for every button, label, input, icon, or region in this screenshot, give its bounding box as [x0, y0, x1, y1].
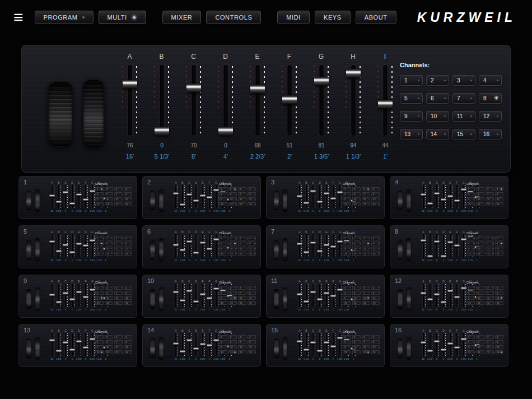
- channel-button-12[interactable]: 12: [479, 111, 502, 122]
- mini-slider-assembly: [338, 185, 342, 208]
- channel-button-5[interactable]: 5: [400, 93, 423, 104]
- slider-handle[interactable]: [314, 77, 329, 86]
- channel-button-9[interactable]: 9: [400, 111, 423, 122]
- star-indicator-icon: ✳: [501, 297, 502, 299]
- drawbar-slider-I[interactable]: [373, 65, 398, 136]
- mini-slider-track: [450, 234, 451, 258]
- drawbar-slider-H[interactable]: [341, 65, 366, 136]
- mini-channel-number: 4: [125, 336, 127, 338]
- channel-button-3[interactable]: 3: [452, 75, 475, 86]
- slider-handle[interactable]: [282, 95, 297, 104]
- drawbar-slider-G[interactable]: [309, 65, 334, 136]
- mini-drawbar-C: C8': [63, 181, 68, 212]
- mini-panel-10[interactable]: 10A16'B5 1/3'C8'D4'E2 2/3'F2'G1 3/5'H1 1…: [142, 275, 261, 318]
- mini-drawbar-G: G1 3/5': [214, 280, 218, 311]
- drawbar-slider-E[interactable]: [245, 65, 270, 136]
- mini-panel-5[interactable]: 5A16'B5 1/3'C8'D4'E2 2/3'F2'G1 3/5'H1 1/…: [18, 225, 137, 268]
- dot-indicator-icon: [349, 248, 350, 249]
- mini-drawbar-A: A16': [421, 280, 426, 311]
- mini-channel-4: 4: [371, 236, 380, 240]
- topbar-button-midi[interactable]: MIDI: [277, 11, 310, 24]
- channel-button-11[interactable]: 11: [452, 111, 475, 122]
- channel-button-15[interactable]: 15: [452, 129, 475, 140]
- topbar-button-mixer[interactable]: MIXER: [162, 11, 202, 24]
- mini-channels-label: Channels:: [95, 231, 132, 235]
- mini-panel-12[interactable]: 12A16'B5 1/3'C8'D4'E2 2/3'F2'G1 3/5'H1 1…: [390, 275, 508, 318]
- drawbar-slider-C[interactable]: [181, 65, 206, 136]
- pitch-wheel[interactable]: [48, 82, 73, 147]
- channel-button-16[interactable]: 16: [479, 129, 502, 140]
- channel-button-8[interactable]: 8✳: [479, 93, 502, 104]
- dot-indicator-icon: [483, 199, 483, 200]
- channel-button-14[interactable]: 14: [426, 129, 449, 140]
- slider-handle[interactable]: [155, 127, 169, 136]
- mini-slider-assembly: [63, 234, 68, 258]
- mini-channel-2: 2: [105, 236, 113, 240]
- slider-handle[interactable]: [346, 69, 361, 78]
- mini-panel-15[interactable]: 15A16'B5 1/3'C8'D4'E2 2/3'F2'G1 3/5'H1 1…: [266, 324, 385, 367]
- mini-slider-track: [326, 185, 327, 208]
- slider-handle[interactable]: [186, 83, 201, 92]
- mini-mod-wheel: [283, 287, 287, 310]
- mini-channel-13: 13: [343, 350, 351, 354]
- menu-icon[interactable]: ≡: [13, 10, 24, 25]
- channel-button-13[interactable]: 13: [400, 129, 423, 140]
- mini-drawbar-footage: 1 1/3': [220, 210, 226, 212]
- mini-drawbar-footage: 2': [85, 308, 87, 311]
- mini-panel-number: 9: [24, 277, 27, 284]
- mini-panel-8[interactable]: 8A16'B5 1/3'C8'D4'E2 2/3'F2'G1 3/5'H1 1/…: [390, 225, 508, 268]
- mod-wheel[interactable]: [83, 80, 104, 148]
- slider-handle[interactable]: [218, 127, 233, 136]
- topbar-button-multi[interactable]: MULTI✳: [99, 11, 146, 24]
- mini-drawbar-E: E2 2/3': [324, 181, 329, 212]
- mini-panel-7[interactable]: 7A16'B5 1/3'C8'D4'E2 2/3'F2'G1 3/5'H1 1/…: [266, 225, 385, 268]
- mini-drawbar-footage: 4': [195, 210, 197, 212]
- mini-slider-assembly: [50, 333, 54, 356]
- channel-button-6[interactable]: 6: [426, 93, 449, 104]
- mini-slider-assembly: [441, 333, 446, 356]
- topbar-button-keys[interactable]: KEYS: [315, 11, 351, 24]
- drawbar-slider-A[interactable]: [118, 65, 142, 136]
- dot-indicator-icon: [359, 298, 360, 298]
- channel-button-2[interactable]: 2: [426, 75, 449, 86]
- mini-panel-3[interactable]: 3A16'B5 1/3'C8'D4'E2 2/3'F2'G1 3/5'H1 1/…: [266, 176, 385, 219]
- mini-panel-13[interactable]: 13A16'B5 1/3'C8'D4'E2 2/3'F2'G1 3/5'H1 1…: [18, 324, 137, 367]
- mini-panel-14[interactable]: 14A16'B5 1/3'C8'D4'E2 2/3'F2'G1 3/5'H1 1…: [142, 324, 261, 367]
- channel-button-7[interactable]: 7: [452, 93, 475, 104]
- mini-channel-number: 1: [97, 188, 98, 191]
- mini-panel-11[interactable]: 11A16'B5 1/3'C8'D4'E2 2/3'F2'G1 3/5'H1 1…: [266, 275, 385, 318]
- mini-channel-number: 3: [116, 336, 117, 338]
- mini-channel-5: 5✳: [95, 242, 104, 245]
- mini-channel-number: 7: [240, 193, 241, 196]
- mini-channels-panel: Channels:123✳45678910111213141516: [343, 182, 380, 206]
- topbar-button-program[interactable]: PROGRAM: [35, 11, 94, 24]
- topbar-button-about[interactable]: ABOUT: [356, 11, 396, 24]
- mini-drawbar-label: B: [305, 181, 307, 185]
- mini-panel-6[interactable]: 6A16'B5 1/3'C8'D4'E2 2/3'F2'G1 3/5'H1 1/…: [142, 225, 261, 268]
- mini-panel-2[interactable]: 2A16'B5 1/3'C8'D4'E2 2/3'F2'G1 3/5'H1 1/…: [142, 176, 261, 219]
- channel-button-10[interactable]: 10: [426, 111, 449, 122]
- channel-button-4[interactable]: 4: [479, 75, 502, 86]
- mini-slider-track: [92, 333, 93, 356]
- mini-slider-handle: [435, 240, 440, 243]
- slider-handle[interactable]: [123, 80, 137, 89]
- mini-slider-assembly: [200, 185, 205, 208]
- mini-channel-8: 8: [248, 242, 256, 245]
- mini-channel-16: 16✳: [495, 350, 503, 354]
- drawbar-slider-D[interactable]: [213, 65, 238, 136]
- mini-slider-handle: [311, 190, 316, 193]
- mini-panel-4[interactable]: 4A16'B5 1/3'C8'D4'E2 2/3'F2'G1 3/5'H1 1/…: [390, 176, 508, 219]
- mini-slider-assembly: [461, 284, 466, 307]
- slider-handle[interactable]: [378, 100, 393, 109]
- dot-indicator-icon: [226, 243, 226, 244]
- topbar-button-controls[interactable]: CONTROLS: [206, 11, 261, 24]
- mini-panel-16[interactable]: 16A16'B5 1/3'C8'D4'E2 2/3'F2'G1 3/5'H1 1…: [390, 324, 508, 367]
- slider-handle[interactable]: [250, 85, 265, 94]
- drawbar-slider-B[interactable]: [150, 65, 174, 136]
- mini-panel-1[interactable]: 1A16'B5 1/3'C8'D4'E2 2/3'F2'G1 3/5'H1 1/…: [18, 176, 137, 219]
- drawbar-column-I: I441': [373, 53, 398, 160]
- mini-channel-12: 12: [371, 197, 380, 201]
- drawbar-slider-F[interactable]: [277, 65, 302, 136]
- mini-panel-9[interactable]: 9A16'B5 1/3'C8'D4'E2 2/3'F2'G1 3/5'H1 1/…: [18, 275, 137, 318]
- channel-button-1[interactable]: 1: [400, 75, 423, 86]
